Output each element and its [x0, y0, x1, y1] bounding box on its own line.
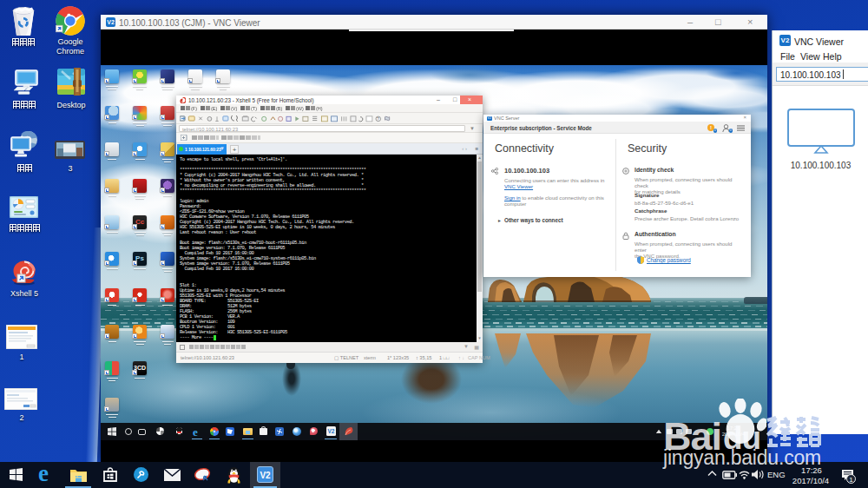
svg-text:(F): (F) [191, 106, 197, 111]
svg-text:(V): (V) [231, 106, 238, 111]
svg-text:(B): (B) [276, 106, 283, 111]
svg-text:(W): (W) [296, 106, 304, 111]
svg-text:(T): (T) [251, 106, 257, 111]
svg-text:?: ? [377, 116, 379, 122]
svg-text:(H): (H) [316, 106, 323, 111]
svg-text:(E): (E) [211, 106, 218, 111]
